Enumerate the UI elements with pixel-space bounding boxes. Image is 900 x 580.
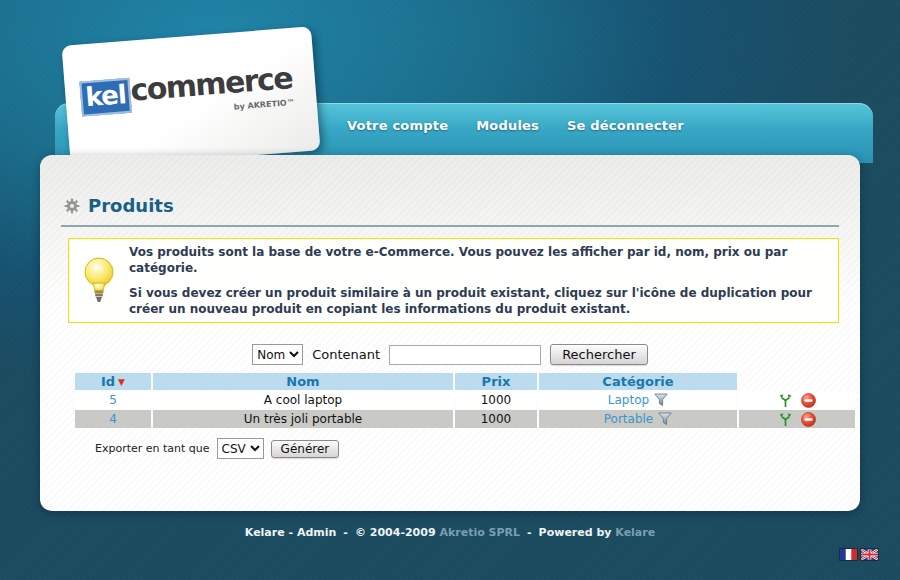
search-button[interactable]: Rechercher: [550, 344, 648, 365]
search-input[interactable]: [389, 345, 541, 365]
gear-icon: [64, 198, 80, 214]
filter-funnel-icon[interactable]: [654, 393, 668, 407]
footer-brand: Kelare - Admin: [245, 526, 337, 539]
nav-item-modules[interactable]: Modules: [476, 118, 539, 133]
footer: Kelare - Admin-© 2004-2009 Akretio SPRL-…: [0, 526, 900, 539]
category-link[interactable]: Laptop: [608, 393, 649, 407]
products-table: Id▼ Nom Prix Catégorie 5 A cool laptop 1…: [73, 372, 857, 429]
lightbulb-icon: [81, 255, 117, 307]
cell-categorie: Laptop: [539, 391, 737, 409]
cell-nom: A cool laptop: [153, 391, 453, 409]
column-header-id[interactable]: Id▼: [75, 373, 151, 390]
nav-item-votre-compte[interactable]: Votre compte: [347, 118, 448, 133]
french-flag-icon[interactable]: [840, 549, 857, 560]
language-switcher: [840, 549, 878, 560]
title-divider: [61, 225, 839, 227]
sort-descending-icon: ▼: [118, 377, 125, 387]
footer-powered-by: Powered by: [539, 526, 612, 539]
cell-actions: [739, 391, 855, 409]
duplicate-product-icon[interactable]: [778, 412, 793, 427]
footer-powered-link[interactable]: Kelare: [615, 526, 655, 539]
cell-nom: Un très joli portable: [153, 410, 453, 428]
category-link[interactable]: Portable: [604, 412, 653, 426]
english-flag-icon[interactable]: [861, 549, 878, 560]
export-label: Exporter en tant que: [95, 442, 210, 455]
cell-actions: [739, 410, 855, 428]
nav-item-se-deconnecter[interactable]: Se déconnecter: [567, 118, 684, 133]
cell-id: 4: [75, 410, 151, 428]
info-line-2: Si vous devez créer un produit similaire…: [129, 285, 826, 317]
column-header-categorie[interactable]: Catégorie: [539, 373, 737, 390]
footer-copyright: © 2004-2009: [355, 526, 436, 539]
table-row: 5 A cool laptop 1000 Laptop: [75, 391, 855, 409]
delete-product-icon[interactable]: [801, 393, 816, 408]
column-header-nom[interactable]: Nom: [153, 373, 453, 390]
footer-separator: -: [343, 526, 348, 539]
cell-id: 5: [75, 391, 151, 409]
info-text: Vos produits sont la base de votre e-Com…: [117, 244, 826, 317]
footer-company-link[interactable]: Akretio SPRL: [439, 526, 520, 539]
table-header-row: Id▼ Nom Prix Catégorie: [75, 373, 855, 390]
column-header-prix[interactable]: Prix: [455, 373, 537, 390]
page-title: Produits: [88, 195, 174, 216]
contains-label: Contenant: [312, 347, 380, 362]
product-id-link[interactable]: 4: [109, 412, 117, 426]
column-header-id-label: Id: [101, 374, 115, 389]
cell-prix: 1000: [455, 410, 537, 428]
export-format-select[interactable]: CSV: [217, 438, 264, 459]
filter-funnel-icon[interactable]: [658, 412, 672, 426]
page-background: { "logo": { "kel": "kel", "commerce": "c…: [0, 0, 900, 580]
cell-categorie: Portable: [539, 410, 737, 428]
table-row: 4 Un très joli portable 1000 Portable: [75, 410, 855, 428]
logo-kel-badge: kel: [79, 78, 132, 116]
footer-separator: -: [527, 526, 532, 539]
duplicate-product-icon[interactable]: [778, 393, 793, 408]
export-bar: Exporter en tant que CSV Générer: [95, 438, 860, 459]
search-bar: Nom Contenant Rechercher: [40, 344, 860, 365]
logo-card[interactable]: kelcommerce by AKRETIO™: [62, 26, 321, 169]
cell-prix: 1000: [455, 391, 537, 409]
generate-button[interactable]: Générer: [271, 440, 340, 458]
delete-product-icon[interactable]: [801, 412, 816, 427]
content-panel: Produits Vos produits sont la base de vo…: [40, 155, 860, 511]
search-field-select[interactable]: Nom: [252, 344, 303, 365]
product-id-link[interactable]: 5: [109, 393, 117, 407]
column-header-actions: [739, 373, 855, 390]
info-line-1: Vos produits sont la base de votre e-Com…: [129, 244, 826, 276]
info-box: Vos produits sont la base de votre e-Com…: [68, 238, 839, 323]
